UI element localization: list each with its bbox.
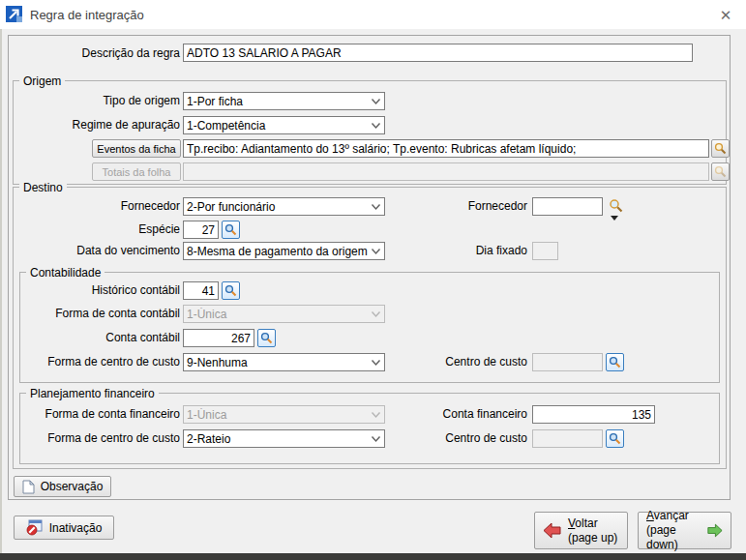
forma-conta-financeiro-select: 1-Única (183, 405, 385, 424)
forma-centro-custo-fin-label: Forma de centro de custo (19, 429, 180, 448)
tipo-origem-value: 1-Por ficha (184, 95, 368, 108)
forma-centro-custo-contab-select[interactable]: 9-Nenhuma (183, 353, 385, 371)
regime-apuracao-select[interactable]: 1-Competência (183, 116, 385, 134)
background-strip (0, 553, 746, 560)
chevron-down-icon (368, 310, 384, 318)
regime-apuracao-label: Regime de apuração (19, 116, 180, 134)
voltar-label: Voltar (568, 516, 617, 531)
window-edge (0, 29, 2, 553)
regime-apuracao-value: 1-Competência (184, 119, 368, 133)
eventos-ficha-search-button[interactable] (711, 139, 730, 158)
chevron-down-icon (368, 411, 384, 419)
chevron-down-icon (368, 435, 384, 443)
dia-fixado-input (532, 242, 558, 260)
fornecedor-search-icon[interactable] (609, 198, 624, 214)
conta-financeiro-input[interactable] (532, 405, 655, 424)
inativacao-label: Inativação (49, 521, 103, 535)
forma-centro-custo-fin-value: 2-Rateio (184, 432, 368, 446)
arrow-right-icon (707, 522, 723, 539)
centro-custo-contab-input (532, 353, 603, 371)
window-title: Regra de integração (30, 8, 144, 22)
search-icon (224, 284, 237, 297)
origem-legend: Origem (19, 74, 65, 88)
voltar-sublabel: (page up) (568, 531, 617, 545)
search-icon (224, 223, 237, 236)
close-button[interactable]: ✕ (713, 5, 738, 24)
title-bar: Regra de integração ✕ (0, 0, 746, 29)
fornecedor-dropdown-caret[interactable] (611, 216, 618, 221)
centro-custo-contab-lookup-button[interactable] (606, 353, 624, 371)
eventos-ficha-button[interactable]: Eventos da ficha (92, 139, 181, 158)
chevron-down-icon (368, 248, 384, 255)
search-icon (714, 142, 727, 155)
forma-conta-contabil-select: 1-Única (183, 305, 385, 323)
tipo-origem-label: Tipo de origem (19, 92, 180, 110)
totais-folha-search-button (711, 162, 730, 181)
app-icon (6, 6, 22, 22)
historico-contabil-lookup-button[interactable] (222, 281, 240, 300)
voltar-button[interactable]: Voltar (page up) (534, 512, 628, 549)
search-icon (260, 332, 273, 344)
centro-custo-fin-label: Centro de custo (406, 429, 527, 448)
totais-folha-input (183, 162, 709, 181)
especie-input[interactable] (183, 221, 219, 239)
planejamento-group (19, 393, 720, 464)
forma-centro-custo-fin-select[interactable]: 2-Rateio (183, 429, 385, 448)
dia-fixado-label: Dia fixado (406, 242, 527, 260)
chevron-down-icon (368, 359, 384, 367)
chevron-down-icon (368, 122, 384, 130)
forma-conta-financeiro-label: Forma de conta financeiro (19, 405, 180, 424)
data-vencimento-label: Data do vencimento (19, 242, 180, 260)
destino-legend: Destino (19, 181, 67, 194)
forma-conta-contabil-value: 1-Única (184, 308, 368, 321)
conta-contabil-lookup-button[interactable] (257, 329, 276, 347)
conta-contabil-input[interactable] (183, 329, 254, 347)
observacao-button[interactable]: Observação (14, 476, 111, 497)
centro-custo-fin-input (532, 429, 603, 448)
forma-conta-contabil-label: Forma de conta contábil (19, 305, 180, 323)
inactivation-icon (26, 519, 43, 536)
historico-contabil-label: Histórico contábil (19, 281, 180, 300)
data-vencimento-select[interactable]: 8-Mesma de pagamento da origem (183, 242, 385, 260)
fornecedor-codigo-input[interactable] (532, 197, 603, 216)
avancar-sublabel: (page down) (646, 523, 701, 552)
avancar-button[interactable]: Avançar (page down) (638, 512, 731, 549)
search-icon (714, 165, 727, 178)
centro-custo-fin-lookup-button[interactable] (606, 429, 624, 448)
historico-contabil-input[interactable] (183, 281, 219, 300)
fornecedor-forma-select[interactable]: 2-Por funcionário (183, 197, 385, 216)
tipo-origem-select[interactable]: 1-Por ficha (183, 92, 385, 110)
eventos-ficha-input[interactable] (183, 139, 709, 158)
descricao-label: Descrição da regra (19, 44, 180, 63)
inativacao-button[interactable]: Inativação (14, 516, 114, 540)
especie-label: Espécie (19, 221, 180, 239)
descricao-input[interactable] (183, 44, 693, 62)
regra-integracao-dialog: Regra de integração ✕ Descrição da regra… (0, 0, 746, 560)
forma-centro-custo-contab-value: 9-Nenhuma (184, 356, 368, 369)
conta-financeiro-label: Conta financeiro (406, 405, 527, 424)
document-icon (22, 480, 35, 494)
totais-folha-button: Totais da folha (92, 162, 181, 181)
avancar-label: Avançar (646, 509, 701, 523)
search-icon (609, 356, 621, 368)
arrow-left-icon (543, 522, 561, 539)
chevron-down-icon (368, 203, 384, 211)
fornecedor-forma-value: 2-Por funcionário (184, 200, 368, 214)
centro-custo-contab-label: Centro de custo (406, 353, 527, 371)
chevron-down-icon (368, 98, 384, 105)
forma-conta-financeiro-value: 1-Única (184, 408, 368, 422)
especie-lookup-button[interactable] (222, 221, 240, 239)
planejamento-legend: Planejamento financeiro (26, 387, 159, 400)
observacao-label: Observação (41, 480, 104, 493)
forma-centro-custo-contab-label: Forma de centro de custo (19, 353, 180, 371)
search-icon (609, 432, 621, 445)
fornecedor-forma-label: Fornecedor (19, 197, 180, 216)
conta-contabil-label: Conta contábil (19, 329, 180, 347)
fornecedor-codigo-label: Fornecedor (406, 197, 527, 216)
contabilidade-legend: Contabilidade (26, 266, 104, 280)
data-vencimento-value: 8-Mesma de pagamento da origem (184, 245, 368, 258)
